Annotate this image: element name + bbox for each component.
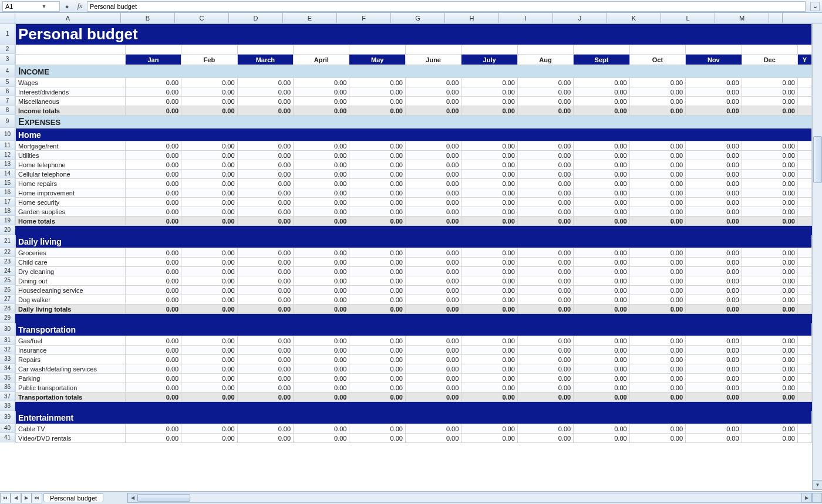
row-label[interactable]: Cellular telephone	[16, 170, 126, 179]
month-header[interactable]: April	[294, 55, 349, 65]
cell[interactable]: 0.00	[125, 198, 181, 207]
row-label[interactable]: Gas/fuel	[16, 336, 126, 346]
row-header[interactable]: 18	[0, 207, 15, 216]
cell[interactable]: 0.00	[405, 336, 461, 346]
cell[interactable]: 0.00	[181, 87, 237, 97]
row-label[interactable]: Home repairs	[16, 179, 126, 188]
cell[interactable]	[797, 188, 811, 198]
cell[interactable]: 0.00	[461, 383, 517, 393]
sheet-tab[interactable]: Personal budget	[43, 493, 103, 502]
cell[interactable]: 0.00	[686, 346, 742, 355]
cell[interactable]: 0.00	[686, 355, 742, 364]
formula-bar-expand-icon[interactable]: ⌄	[810, 2, 820, 11]
cell[interactable]: 0.00	[294, 336, 349, 346]
cell[interactable]	[797, 179, 811, 188]
cell[interactable]: 0.00	[181, 141, 237, 151]
cell[interactable]: 0.00	[574, 248, 629, 258]
row-header[interactable]: 25	[0, 276, 15, 285]
cancel-icon[interactable]: ●	[62, 2, 72, 11]
name-box-dropdown-icon[interactable]: ▼	[31, 4, 57, 9]
cell[interactable]: 0.00	[349, 170, 405, 179]
cell[interactable]: 0.00	[125, 374, 181, 383]
cell[interactable]	[125, 45, 181, 55]
cell[interactable]: 0.00	[574, 364, 629, 374]
cell[interactable]	[797, 424, 811, 434]
cell[interactable]: 0.00	[517, 336, 573, 346]
cell[interactable]: 0.00	[517, 305, 573, 314]
cell[interactable]: 0.00	[349, 87, 405, 97]
tab-last-icon[interactable]: ⏭	[32, 493, 42, 503]
cell[interactable]: 0.00	[294, 217, 349, 226]
blank-row[interactable]	[16, 226, 812, 235]
cell[interactable]: 0.00	[237, 188, 293, 198]
row-header[interactable]: 41	[0, 433, 15, 442]
cell[interactable]: 0.00	[517, 295, 573, 305]
cell[interactable]	[16, 45, 126, 55]
cell[interactable]: 0.00	[461, 374, 517, 383]
section-header[interactable]: Transportation	[16, 323, 812, 336]
cell[interactable]: 0.00	[349, 267, 405, 276]
row-header[interactable]: 29	[0, 313, 15, 323]
cell[interactable]: 0.00	[517, 160, 573, 170]
row-header[interactable]: 14	[0, 169, 15, 178]
cell[interactable]: 0.00	[629, 106, 685, 116]
scroll-left-icon[interactable]: ◀	[127, 493, 137, 503]
horizontal-scrollbar[interactable]: ◀ ▶	[127, 493, 812, 503]
cell[interactable]: 0.00	[237, 374, 293, 383]
cell[interactable]: 0.00	[574, 160, 629, 170]
cell[interactable]: 0.00	[517, 97, 573, 106]
cell[interactable]: 0.00	[237, 336, 293, 346]
row-header[interactable]: 8	[0, 106, 15, 115]
row-header[interactable]: 19	[0, 216, 15, 225]
cell[interactable]: 0.00	[461, 141, 517, 151]
cell[interactable]: 0.00	[181, 78, 237, 87]
cell[interactable]: 0.00	[294, 383, 349, 393]
cell[interactable]: 0.00	[405, 276, 461, 286]
cell[interactable]	[797, 336, 811, 346]
cell[interactable]: 0.00	[686, 305, 742, 314]
row-header[interactable]: 34	[0, 364, 15, 373]
cell[interactable]: 0.00	[517, 106, 573, 116]
cell[interactable]: 0.00	[294, 198, 349, 207]
cell[interactable]: 0.00	[125, 170, 181, 179]
month-header[interactable]: Sept	[574, 55, 629, 65]
cell[interactable]	[797, 364, 811, 374]
cell[interactable]: 0.00	[742, 258, 797, 267]
blank-row[interactable]	[16, 402, 812, 411]
cell[interactable]: 0.00	[574, 188, 629, 198]
cell[interactable]: Y	[797, 55, 811, 65]
row-label[interactable]: Mortgage/rent	[16, 141, 126, 151]
cell[interactable]: 0.00	[125, 393, 181, 402]
cell[interactable]	[797, 295, 811, 305]
row-label[interactable]: Home improvement	[16, 188, 126, 198]
row-header[interactable]: 22	[0, 248, 15, 257]
cell[interactable]: 0.00	[125, 424, 181, 434]
section-header[interactable]: Daily living	[16, 235, 812, 248]
month-header[interactable]: May	[349, 55, 405, 65]
cell[interactable]: 0.00	[294, 87, 349, 97]
cell[interactable]: 0.00	[629, 207, 685, 217]
cell[interactable]: 0.00	[574, 267, 629, 276]
col-header-M[interactable]: M	[715, 13, 769, 23]
cell[interactable]: 0.00	[574, 217, 629, 226]
cell[interactable]: 0.00	[461, 207, 517, 217]
cell[interactable]: 0.00	[349, 346, 405, 355]
row-label[interactable]: Housecleaning service	[16, 286, 126, 295]
cell[interactable]: 0.00	[517, 188, 573, 198]
cell[interactable]: 0.00	[742, 170, 797, 179]
cell[interactable]: 0.00	[742, 78, 797, 87]
cell[interactable]	[797, 106, 811, 116]
cell[interactable]: 0.00	[349, 286, 405, 295]
cell[interactable]: 0.00	[517, 179, 573, 188]
cell[interactable]: 0.00	[405, 188, 461, 198]
cell[interactable]: 0.00	[125, 160, 181, 170]
row-label[interactable]: Dog walker	[16, 295, 126, 305]
cell[interactable]: 0.00	[686, 286, 742, 295]
cell[interactable]: 0.00	[405, 207, 461, 217]
row-label[interactable]: Parking	[16, 374, 126, 383]
cell[interactable]: 0.00	[517, 364, 573, 374]
name-box[interactable]: A1 ▼	[2, 1, 60, 12]
row-header[interactable]: 39	[0, 411, 15, 424]
cell[interactable]: 0.00	[461, 267, 517, 276]
cell[interactable]: 0.00	[574, 286, 629, 295]
